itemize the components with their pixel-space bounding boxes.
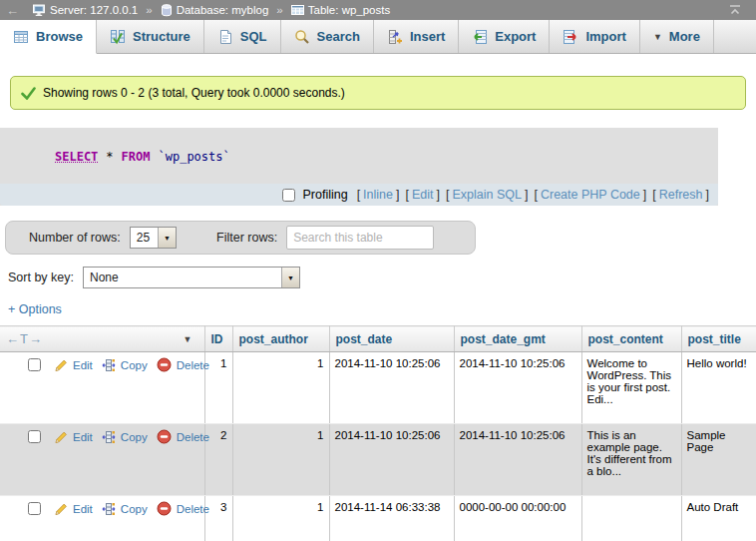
tab-insert[interactable]: Insert bbox=[374, 20, 459, 53]
tab-structure-label: Structure bbox=[133, 29, 190, 44]
copy-icon bbox=[102, 358, 116, 372]
pencil-icon bbox=[54, 430, 68, 444]
import-icon bbox=[563, 29, 578, 45]
delete-row-link[interactable]: Delete bbox=[177, 359, 209, 371]
breadcrumb-bar: ← Server: 127.0.0.1 » Database: myblog »… bbox=[0, 0, 756, 20]
tab-more[interactable]: ▼ More bbox=[640, 20, 714, 53]
bracket: ] bbox=[643, 188, 646, 202]
row-actions-cell: Edit Copy Delete bbox=[0, 496, 204, 541]
profiling-checkbox[interactable] bbox=[282, 189, 295, 202]
column-header-post-content[interactable]: post_content bbox=[581, 326, 681, 352]
table-header-row: ←T→ ▼ ID post_author post_date post_date… bbox=[0, 326, 756, 352]
sort-by-key-select[interactable]: None ▼ bbox=[83, 267, 300, 288]
copy-row-link[interactable]: Copy bbox=[121, 359, 148, 371]
filter-rows-label: Filter rows: bbox=[216, 231, 277, 245]
copy-row-link[interactable]: Copy bbox=[121, 431, 148, 443]
sql-query-text: SELECT*FROM`wp_posts` bbox=[0, 128, 718, 184]
edit-row-link[interactable]: Edit bbox=[73, 359, 93, 371]
bracket: [ bbox=[446, 188, 449, 202]
cell-post-author: 1 bbox=[232, 352, 329, 424]
cell-post-title: Auto Draft bbox=[681, 496, 756, 541]
bracket: ] bbox=[706, 188, 709, 202]
database-icon bbox=[161, 4, 173, 17]
tab-import[interactable]: Import bbox=[550, 20, 639, 53]
edit-row-link[interactable]: Edit bbox=[73, 431, 93, 443]
delete-icon bbox=[157, 429, 172, 444]
breadcrumb-database[interactable]: Database: myblog bbox=[161, 4, 269, 17]
sort-by-key-label: Sort by key: bbox=[8, 270, 74, 284]
profiling-label: Profiling bbox=[302, 188, 347, 202]
delete-icon bbox=[157, 357, 172, 372]
breadcrumb-server[interactable]: Server: 127.0.0.1 bbox=[33, 4, 138, 17]
refresh-link[interactable]: Refresh bbox=[659, 188, 703, 202]
status-message: Showing rows 0 - 2 (3 total, Query took … bbox=[10, 76, 746, 110]
search-icon bbox=[294, 29, 310, 45]
delete-row-link[interactable]: Delete bbox=[177, 431, 209, 443]
tab-sql[interactable]: SQL bbox=[204, 20, 281, 53]
sql-keyword-select[interactable]: SELECT bbox=[55, 150, 98, 164]
delete-row-link[interactable]: Delete bbox=[177, 503, 209, 515]
header-dropdown-icon[interactable]: ▼ bbox=[184, 334, 192, 344]
server-icon bbox=[33, 4, 46, 17]
copy-row-link[interactable]: Copy bbox=[121, 503, 148, 515]
tab-structure[interactable]: Structure bbox=[97, 20, 204, 53]
back-arrow-icon[interactable]: ← bbox=[6, 3, 28, 18]
cell-post-date: 2014-11-14 06:33:38 bbox=[329, 496, 454, 541]
sql-icon bbox=[217, 29, 233, 45]
breadcrumb-database-label: Database: myblog bbox=[177, 4, 269, 16]
column-header-post-date[interactable]: post_date bbox=[329, 326, 454, 352]
tab-more-label: More bbox=[669, 29, 700, 44]
sort-by-key-row: Sort by key: None ▼ bbox=[8, 267, 756, 288]
export-icon bbox=[472, 29, 488, 45]
column-header-id[interactable]: ID bbox=[204, 326, 232, 352]
collapse-panel-icon[interactable] bbox=[728, 4, 742, 16]
tab-browse[interactable]: Browse bbox=[0, 20, 97, 54]
create-php-code-link[interactable]: Create PHP Code bbox=[541, 188, 640, 202]
row-actions-cell: Edit Copy Delete bbox=[0, 424, 204, 496]
cell-post-content: This is an example page. It's different … bbox=[581, 424, 681, 496]
bracket: [ bbox=[652, 188, 655, 202]
tab-import-label: Import bbox=[585, 29, 625, 44]
results-table: ←T→ ▼ ID post_author post_date post_date… bbox=[0, 325, 756, 541]
tab-insert-label: Insert bbox=[410, 29, 445, 44]
column-resize-icon[interactable]: ←T→ bbox=[6, 331, 43, 346]
row-checkbox[interactable] bbox=[28, 502, 41, 515]
filter-rows-input[interactable] bbox=[286, 226, 434, 250]
tab-export-label: Export bbox=[495, 29, 536, 44]
column-header-post-title[interactable]: post_title bbox=[681, 326, 756, 352]
tab-browse-label: Browse bbox=[36, 29, 83, 44]
tab-export[interactable]: Export bbox=[459, 20, 550, 53]
cell-post-date-gmt: 2014-11-10 10:25:06 bbox=[454, 352, 581, 424]
row-checkbox[interactable] bbox=[28, 430, 41, 443]
breadcrumb-table[interactable]: Table: wp_posts bbox=[291, 4, 390, 16]
bracket: ] bbox=[437, 188, 440, 202]
copy-icon bbox=[102, 430, 116, 444]
cell-post-date: 2014-11-10 10:25:06 bbox=[329, 424, 454, 496]
success-check-icon bbox=[21, 87, 36, 100]
column-header-post-author[interactable]: post_author bbox=[232, 326, 329, 352]
dropdown-arrow-icon: ▼ bbox=[281, 268, 299, 287]
table-row: Edit Copy Delete 1 1 2014-11-10 10:25:06… bbox=[0, 352, 756, 424]
dropdown-arrow-icon: ▼ bbox=[158, 228, 176, 248]
tab-sql-label: SQL bbox=[240, 29, 267, 44]
sql-star: * bbox=[106, 150, 113, 164]
bracket: [ bbox=[534, 188, 537, 202]
breadcrumb-separator: » bbox=[276, 4, 282, 16]
column-header-post-date-gmt[interactable]: post_date_gmt bbox=[454, 326, 581, 352]
bracket: [ bbox=[357, 188, 360, 202]
edit-row-link[interactable]: Edit bbox=[73, 503, 93, 515]
cell-post-date-gmt: 0000-00-00 00:00:00 bbox=[454, 496, 581, 541]
tab-strip: Browse Structure SQL Search Insert Expor… bbox=[0, 20, 756, 54]
row-checkbox[interactable] bbox=[28, 358, 41, 371]
tab-search[interactable]: Search bbox=[281, 20, 374, 53]
sql-query-box: SELECT*FROM`wp_posts` Profiling [Inline]… bbox=[0, 128, 718, 206]
number-of-rows-label: Number of rows: bbox=[29, 231, 121, 245]
bracket: ] bbox=[396, 188, 399, 202]
explain-sql-link[interactable]: Explain SQL bbox=[452, 188, 521, 202]
edit-query-link[interactable]: Edit bbox=[412, 188, 434, 202]
options-toggle-link[interactable]: + Options bbox=[8, 302, 62, 316]
pencil-icon bbox=[54, 502, 68, 516]
inline-link[interactable]: Inline bbox=[363, 188, 393, 202]
query-tools-bar: Profiling [Inline] [Edit] [Explain SQL] … bbox=[0, 184, 718, 206]
number-of-rows-select[interactable]: 25 ▼ bbox=[130, 227, 177, 249]
